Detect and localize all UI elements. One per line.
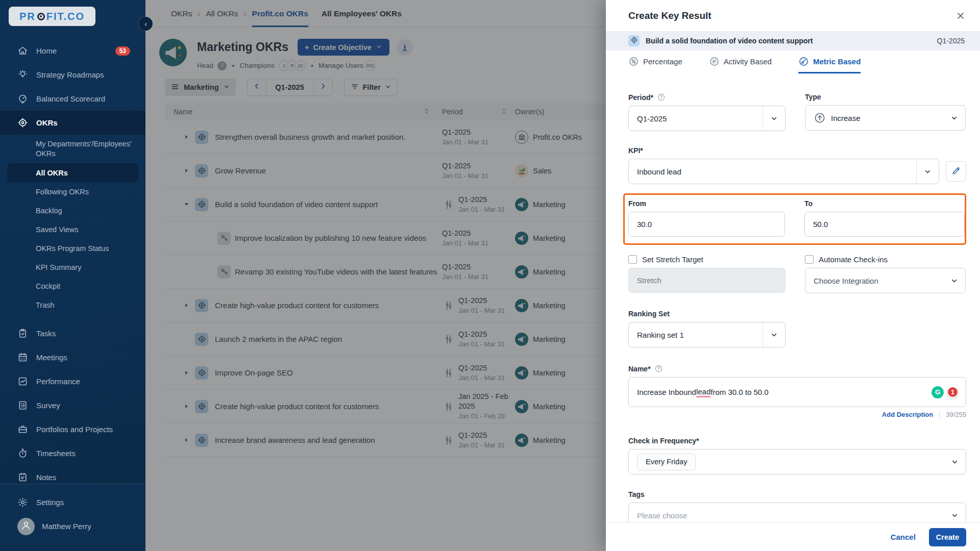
sidebar-item-all-okrs[interactable]: All OKRs [7,163,138,182]
sidebar-item-strategy-roadmaps[interactable]: Strategy Roadmaps [0,63,145,87]
key-result-type-tabs: Percentage Activity Based Metric Based [606,51,980,73]
logo-text-left: PR [19,11,36,22]
set-stretch-target-checkbox[interactable]: Set Stretch Target [628,255,786,264]
close-icon[interactable] [955,11,966,21]
panel-header: Create Key Result [606,0,980,31]
increase-icon [814,112,826,124]
tab-metric-based[interactable]: Metric Based [798,51,861,73]
pencil-icon [951,166,961,178]
sidebar-item-saved-views[interactable]: Saved Views [0,220,145,239]
sidebar-item-trash[interactable]: Trash [0,295,145,314]
sidebar-item-tasks[interactable]: Tasks [0,321,145,345]
sidebar-item-backlog[interactable]: Backlog [0,201,145,220]
logo-text-right: FIT.CO [46,11,85,22]
sidebar-item-survey[interactable]: Survey [0,393,145,417]
create-key-result-panel: Create Key Result Build a solid foundati… [606,0,980,551]
chevron-down-icon [763,322,785,347]
survey-icon [17,400,28,411]
sidebar-collapse-button[interactable]: ‹ [139,17,153,31]
tags-label: Tags [628,490,645,498]
gauge-icon [17,93,28,104]
modal-overlay [145,0,606,551]
parent-objective-name: Build a solid foundation of video conten… [646,37,813,45]
name-input[interactable]: Increase Inbound lead from 30.0 to 50.0 … [628,377,966,407]
stretch-input [628,268,786,293]
cancel-button[interactable]: Cancel [891,533,916,541]
sidebar-item-okrs[interactable]: OKRs [0,111,145,135]
panel-title: Create Key Result [628,10,712,21]
to-input[interactable] [804,212,965,237]
check-in-frequency-select[interactable]: Every Friday [628,449,966,474]
sidebar-item-label: Tasks [36,329,56,338]
sidebar-item-label: Meetings [36,353,67,362]
period-field-label: Period* [628,93,653,102]
sidebar-item-timesheets[interactable]: Timesheets [0,441,145,465]
grammar-error-badge[interactable]: 1 [947,386,959,398]
clipboard-icon [17,328,28,339]
integration-select[interactable]: Choose Integration [805,268,966,293]
sidebar-item-label: OKRs [36,118,58,127]
frequency-chip: Every Friday [637,454,696,470]
percentage-icon [628,56,639,67]
sidebar-item-kpi-summary[interactable]: KPI Summary [0,258,145,277]
sidebar-item-settings[interactable]: Settings [0,490,145,514]
edit-kpi-button[interactable] [946,161,966,182]
parent-objective-period: Q1-2025 [937,37,965,45]
app-logo[interactable]: PRFIT.CO [9,7,95,26]
sidebar-item-label: Survey [36,401,60,410]
automate-checkins-checkbox[interactable]: Automate Check-ins [805,255,966,264]
notes-icon [17,472,28,483]
divider [939,411,940,418]
add-description-link[interactable]: Add Description [882,411,933,418]
grammar-checker-icon[interactable]: G [932,386,944,398]
sidebar-item-balanced-scorecard[interactable]: Balanced Scorecard [0,87,145,111]
sidebar-item-label: Strategy Roadmaps [36,70,104,79]
sidebar-item-label: Balanced Scorecard [36,94,105,103]
chevron-down-icon [943,106,965,130]
chevron-down-icon [943,268,965,293]
tab-percentage[interactable]: Percentage [628,51,682,73]
timer-icon [17,448,28,459]
type-select[interactable]: Increase [805,105,966,131]
kpi-select[interactable]: Inbound lead [628,159,939,184]
ranking-set-select[interactable]: Ranking set 1 [628,322,786,347]
sidebar-item-my-departments-employees-okrs[interactable]: My Departments'/Employees' OKRs [0,135,145,163]
help-icon[interactable] [657,93,666,102]
parent-objective-banner: Build a solid foundation of video conten… [606,31,980,51]
home-icon [17,45,28,56]
logo-target-icon [37,13,45,20]
activity-icon [709,56,720,67]
create-button[interactable]: Create [929,528,966,546]
name-field-label: Name* [628,365,651,373]
sidebar-item-portfolios-and-projects[interactable]: Portfolios and Projects [0,417,145,441]
description-row: Add Description 39/255 [628,411,966,418]
sidebar-item-cockpit[interactable]: Cockpit [0,277,145,295]
sidebar-item-label: Portfolios and Projects [36,425,113,434]
chevron-down-icon [943,503,966,522]
help-icon[interactable] [654,364,663,373]
sidebar-item-following-okrs[interactable]: Following OKRs [0,182,145,201]
calendar-icon [17,352,28,363]
panel-body: Period* Q1-2025 Type Increase KPI [606,73,980,522]
to-field-label: To [804,199,813,208]
briefcase-icon [17,424,28,435]
period-select[interactable]: Q1-2025 [628,106,786,131]
from-field-label: From [628,199,646,208]
sidebar-item-home[interactable]: Home53 [0,39,145,63]
tab-activity-based[interactable]: Activity Based [709,51,772,73]
target-icon [17,117,28,128]
sidebar-item-performance[interactable]: Performance [0,369,145,393]
tags-select[interactable]: Please choose [628,503,966,522]
sidebar-nav: Home53Strategy RoadmapsBalanced Scorecar… [0,39,145,489]
sidebar-item-label: Settings [36,498,64,507]
character-count: 39/255 [946,411,966,418]
sidebar-item-okrs-program-status[interactable]: OKRs Program Status [0,239,145,258]
chart-icon [17,376,28,387]
sidebar-item-meetings[interactable]: Meetings [0,345,145,369]
panel-footer: Cancel Create [606,522,980,551]
misspelled-word: lead [696,387,710,397]
metric-icon [798,56,809,67]
checkbox-icon [805,255,814,264]
from-input[interactable] [628,212,785,237]
sidebar-user[interactable]: Matthew Perry [0,514,145,538]
